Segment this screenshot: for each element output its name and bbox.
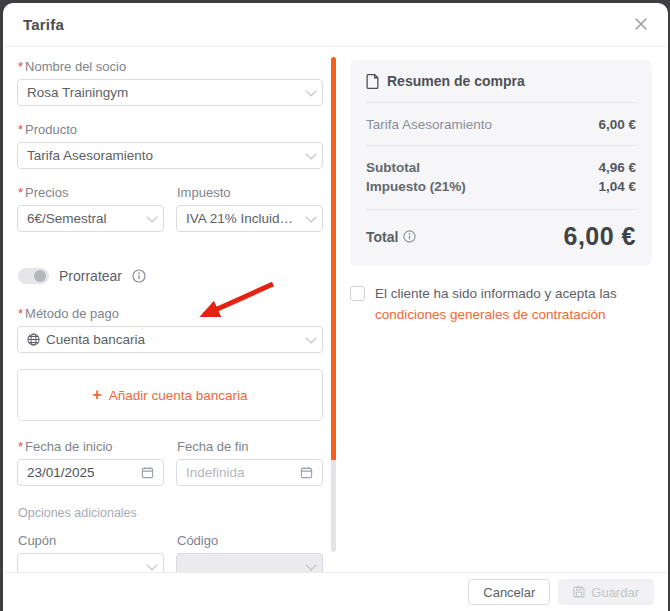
modal-footer: Cancelar Guardar xyxy=(3,572,668,611)
chevron-down-icon xyxy=(146,559,157,570)
product-label-text: Producto xyxy=(25,122,77,137)
payment-method-label-text: Método de pago xyxy=(25,306,119,321)
consent-checkbox[interactable] xyxy=(350,286,365,301)
add-bank-account-box: + Añadir cuenta bancaria xyxy=(17,369,323,421)
tax-label-text: Impuesto xyxy=(177,185,230,200)
summary-tax-row: Impuesto (21%) 1,04 € xyxy=(366,177,636,196)
tarifa-modal: Tarifa *Nombre del socio Rosa Trainingym… xyxy=(3,3,668,611)
toggle-knob xyxy=(34,270,46,282)
additional-options-label: Opciones adicionales xyxy=(18,506,323,520)
summary-tax-label: Impuesto (21%) xyxy=(366,179,466,194)
globe-icon xyxy=(27,333,40,346)
save-icon xyxy=(573,586,585,598)
member-select-value: Rosa Trainingym xyxy=(27,85,299,100)
summary-subtotal-label: Subtotal xyxy=(366,160,420,175)
coupon-select[interactable] xyxy=(17,553,164,572)
payment-method-value: Cuenta bancaria xyxy=(46,332,299,347)
summary-pane: Resumen de compra Tarifa Asesoramiento 6… xyxy=(336,47,668,572)
info-icon[interactable] xyxy=(403,230,416,243)
chevron-down-icon xyxy=(305,211,316,222)
calendar-icon xyxy=(141,466,154,479)
close-button[interactable] xyxy=(630,13,652,35)
required-mark: * xyxy=(18,122,23,137)
summary-tax-amount: 1,04 € xyxy=(598,179,636,194)
tax-select-value: IVA 21% Incluido IVA... xyxy=(186,211,299,226)
chevron-down-icon xyxy=(146,211,157,222)
chevron-down-icon xyxy=(305,559,316,570)
save-button[interactable]: Guardar xyxy=(558,579,654,605)
consent-row: El cliente ha sido informado y acepta la… xyxy=(350,284,652,326)
end-date-label: Fecha de fin xyxy=(177,439,323,454)
required-mark: * xyxy=(18,439,23,454)
summary-subtotal-row: Subtotal 4,96 € xyxy=(366,158,636,177)
code-label-text: Código xyxy=(177,533,218,548)
chevron-down-icon xyxy=(305,148,316,159)
chevron-down-icon xyxy=(305,332,316,343)
summary-total-amount: 6,00 € xyxy=(563,222,636,251)
modal-header: Tarifa xyxy=(3,3,668,47)
start-date-label-text: Fecha de inicio xyxy=(25,439,112,454)
prorate-toggle[interactable] xyxy=(18,268,49,284)
modal-title: Tarifa xyxy=(23,16,648,33)
code-select xyxy=(176,553,323,572)
document-icon xyxy=(366,74,379,89)
code-label: Código xyxy=(177,533,323,548)
coupon-label-text: Cupón xyxy=(18,533,56,548)
summary-line-item: Tarifa Asesoramiento 6,00 € xyxy=(366,103,636,146)
add-bank-account-label: Añadir cuenta bancaria xyxy=(109,388,248,403)
member-label: *Nombre del socio xyxy=(18,59,323,74)
summary-subtotal-amount: 4,96 € xyxy=(598,160,636,175)
plus-icon: + xyxy=(92,387,101,403)
consent-text-plain: El cliente ha sido informado y acepta la… xyxy=(375,286,617,301)
coupon-label: Cupón xyxy=(18,533,164,548)
required-mark: * xyxy=(18,59,23,74)
price-select[interactable]: 6€/Semestral xyxy=(17,205,164,232)
required-mark: * xyxy=(18,306,23,321)
start-date-input[interactable] xyxy=(27,465,135,480)
product-select-value: Tarifa Asesoramiento xyxy=(27,148,299,163)
add-bank-account-link[interactable]: + Añadir cuenta bancaria xyxy=(92,387,247,403)
chevron-down-icon xyxy=(305,85,316,96)
form-pane: *Nombre del socio Rosa Trainingym *Produ… xyxy=(3,47,323,572)
payment-method-label: *Método de pago xyxy=(18,306,323,321)
summary-total-row: Total 6,00 € xyxy=(366,210,636,251)
summary-subtotal-block: Subtotal 4,96 € Impuesto (21%) 1,04 € xyxy=(366,146,636,210)
summary-item-label: Tarifa Asesoramiento xyxy=(366,117,492,132)
calendar-icon xyxy=(300,466,313,479)
end-date-input[interactable] xyxy=(186,465,294,480)
summary-total-label: Total xyxy=(366,229,398,245)
prorate-label: Prorratear xyxy=(59,268,122,284)
save-button-label: Guardar xyxy=(591,585,639,600)
summary-item-amount: 6,00 € xyxy=(598,117,636,132)
price-select-value: 6€/Semestral xyxy=(27,211,140,226)
price-label: *Precios xyxy=(18,185,164,200)
product-select[interactable]: Tarifa Asesoramiento xyxy=(17,142,323,169)
purchase-summary-card: Resumen de compra Tarifa Asesoramiento 6… xyxy=(350,60,652,266)
cancel-button[interactable]: Cancelar xyxy=(468,579,550,605)
terms-link[interactable]: condiciones generales de contratación xyxy=(375,307,605,322)
tax-label: Impuesto xyxy=(177,185,323,200)
product-label: *Producto xyxy=(18,122,323,137)
payment-method-select[interactable]: Cuenta bancaria xyxy=(17,326,323,353)
member-label-text: Nombre del socio xyxy=(25,59,126,74)
modal-body: *Nombre del socio Rosa Trainingym *Produ… xyxy=(3,47,668,572)
close-icon xyxy=(634,19,648,34)
end-date-input-wrap xyxy=(176,459,323,486)
info-icon[interactable] xyxy=(132,269,146,283)
start-date-input-wrap xyxy=(17,459,164,486)
price-label-text: Precios xyxy=(25,185,68,200)
summary-title: Resumen de compra xyxy=(387,73,525,89)
tax-select[interactable]: IVA 21% Incluido IVA... xyxy=(176,205,323,232)
start-date-label: *Fecha de inicio xyxy=(18,439,164,454)
required-mark: * xyxy=(18,185,23,200)
consent-text: El cliente ha sido informado y acepta la… xyxy=(375,284,652,326)
end-date-label-text: Fecha de fin xyxy=(177,439,249,454)
member-select[interactable]: Rosa Trainingym xyxy=(17,79,323,106)
